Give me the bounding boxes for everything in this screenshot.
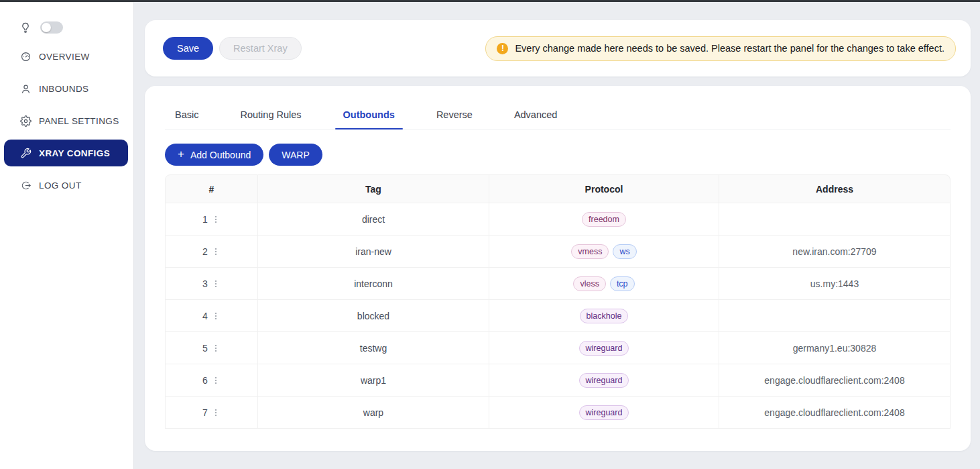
row-number-cell: 6 xyxy=(165,364,258,397)
tag-cell: direct xyxy=(258,203,489,236)
sidebar-item-panel-settings[interactable]: PANEL SETTINGS xyxy=(0,105,133,137)
add-outbound-label: Add Outbound xyxy=(190,150,251,160)
row-menu-icon[interactable] xyxy=(211,408,221,417)
protocol-cell: wireguard xyxy=(489,397,719,429)
table-row: 2iran-newvmesswsnew.iran.com:27709 xyxy=(165,236,951,268)
sidebar-item-label: XRAY CONFIGS xyxy=(39,148,110,158)
row-number: 7 xyxy=(202,407,208,418)
row-number-group: 5 xyxy=(202,343,221,354)
row-number-group: 1 xyxy=(202,214,221,225)
table-header-row: #TagProtocolAddress xyxy=(165,174,951,203)
address-cell: engage.cloudflareclient.com:2408 xyxy=(719,397,951,429)
row-number-group: 3 xyxy=(202,278,221,289)
tab-advanced[interactable]: Advanced xyxy=(506,102,566,129)
column-header-tag: Tag xyxy=(258,174,489,203)
sidebar-item-overview[interactable]: OVERVIEW xyxy=(0,40,133,72)
top-accent-bar xyxy=(0,0,980,2)
toolbar-card: Save Restart Xray ! Every change made he… xyxy=(145,20,971,76)
sidebar-item-inbounds[interactable]: INBOUNDS xyxy=(0,72,133,105)
outbounds-table: #TagProtocolAddress 1directfreedom2iran-… xyxy=(165,174,951,429)
row-number-group: 4 xyxy=(202,311,221,321)
table-row: 3interconnvlesstcpus.my:1443 xyxy=(165,268,951,300)
sidebar: OVERVIEWINBOUNDSPANEL SETTINGSXRAY CONFI… xyxy=(0,2,134,469)
address-cell: new.iran.com:27709 xyxy=(719,236,951,268)
protocol-cell: wireguard xyxy=(489,332,719,364)
row-number: 2 xyxy=(202,246,208,257)
tab-outbounds[interactable]: Outbounds xyxy=(335,102,403,129)
row-number-cell: 3 xyxy=(165,268,258,300)
protocol-cell: freedom xyxy=(489,203,719,236)
protocol-cell: vmessws xyxy=(489,236,719,268)
protocol-badge-wireguard: wireguard xyxy=(579,373,629,388)
protocol-badge-blackhole: blackhole xyxy=(580,309,629,323)
row-number-group: 2 xyxy=(202,246,221,257)
user-icon xyxy=(20,83,32,95)
sidebar-item-label: OVERVIEW xyxy=(39,52,90,62)
tag-cell: testwg xyxy=(258,332,489,364)
row-number-group: 7 xyxy=(202,407,221,418)
table-row: 5testwgwireguardgermany1.eu:30828 xyxy=(165,332,951,364)
save-button[interactable]: Save xyxy=(163,37,213,60)
row-number-cell: 1 xyxy=(165,203,258,236)
logout-icon xyxy=(20,180,32,191)
protocol-badge-ws: ws xyxy=(613,244,636,259)
row-number: 6 xyxy=(202,375,208,386)
tag-cell: warp xyxy=(258,397,489,429)
address-cell: germany1.eu:30828 xyxy=(719,332,951,364)
tag-cell: interconn xyxy=(258,268,489,300)
tab-routing-rules[interactable]: Routing Rules xyxy=(232,102,309,129)
protocol-cell: vlesstcp xyxy=(489,268,719,300)
add-outbound-button[interactable]: + Add Outbound xyxy=(165,144,263,166)
row-menu-icon[interactable] xyxy=(211,311,221,321)
warning-icon: ! xyxy=(497,43,508,54)
address-cell xyxy=(719,300,951,332)
protocol-cell: wireguard xyxy=(489,364,719,397)
tab-bar: BasicRouting RulesOutboundsReverseAdvanc… xyxy=(165,102,951,129)
address-cell: us.my:1443 xyxy=(719,268,951,300)
toggle-knob xyxy=(42,23,51,32)
sidebar-nav: OVERVIEWINBOUNDSPANEL SETTINGSXRAY CONFI… xyxy=(0,40,133,201)
address-cell xyxy=(719,203,951,236)
protocol-badge-wireguard: wireguard xyxy=(579,341,629,356)
table-row: 6warp1wireguardengage.cloudflareclient.c… xyxy=(165,364,951,397)
sidebar-item-xray-configs[interactable]: XRAY CONFIGS xyxy=(4,140,128,166)
table-row: 7warpwireguardengage.cloudflareclient.co… xyxy=(165,397,951,429)
restart-xray-button[interactable]: Restart Xray xyxy=(219,37,302,60)
column-header-number: # xyxy=(165,174,258,203)
tag-cell: warp1 xyxy=(258,364,489,397)
table-row: 1directfreedom xyxy=(165,203,951,236)
theme-toggle[interactable] xyxy=(40,21,63,34)
column-header-address: Address xyxy=(719,174,951,203)
warp-button[interactable]: WARP xyxy=(269,144,322,166)
protocol-badge-wireguard: wireguard xyxy=(579,405,629,420)
table-body: 1directfreedom2iran-newvmesswsnew.iran.c… xyxy=(165,203,951,429)
row-number-cell: 2 xyxy=(165,236,258,268)
row-number-cell: 4 xyxy=(165,300,258,332)
row-menu-icon[interactable] xyxy=(211,215,221,224)
row-number: 4 xyxy=(202,311,208,321)
row-menu-icon[interactable] xyxy=(211,279,221,289)
tab-basic[interactable]: Basic xyxy=(167,102,206,129)
row-number-cell: 5 xyxy=(165,332,258,364)
actions-row: + Add Outbound WARP xyxy=(165,144,951,166)
row-menu-icon[interactable] xyxy=(211,376,221,385)
protocol-badge-tcp: tcp xyxy=(610,276,635,291)
lightbulb-icon xyxy=(19,21,32,34)
protocol-badge-freedom: freedom xyxy=(582,212,626,227)
tag-cell: blocked xyxy=(258,300,489,332)
sidebar-item-label: LOG OUT xyxy=(39,180,82,191)
plus-icon: + xyxy=(178,148,184,160)
theme-row xyxy=(0,2,133,38)
sidebar-item-log-out[interactable]: LOG OUT xyxy=(0,169,133,201)
row-menu-icon[interactable] xyxy=(211,247,221,256)
protocol-badge-vmess: vmess xyxy=(571,244,609,259)
column-header-protocol: Protocol xyxy=(489,174,719,203)
tab-reverse[interactable]: Reverse xyxy=(428,102,481,129)
protocol-cell: blackhole xyxy=(489,300,719,332)
content-card: BasicRouting RulesOutboundsReverseAdvanc… xyxy=(145,86,971,451)
row-menu-icon[interactable] xyxy=(211,344,221,353)
wrench-icon xyxy=(20,148,32,159)
address-cell: engage.cloudflareclient.com:2408 xyxy=(719,364,951,397)
row-number: 3 xyxy=(202,278,208,289)
row-number-group: 6 xyxy=(202,375,221,386)
